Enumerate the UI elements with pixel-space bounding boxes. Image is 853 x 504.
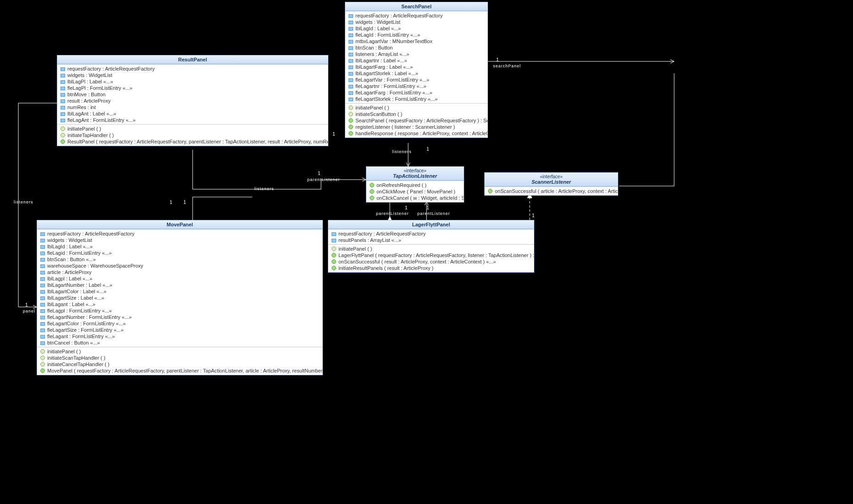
field-row: btnMove : Button [57,91,328,98]
class-header: «interface» ScannerListener [485,173,618,186]
class-LagerFlyttPanel[interactable]: LagerFlyttPanel requestFactory : Article… [328,220,534,273]
methods-compartment: initiatePanel ( ) initiateScanTapHandler… [37,347,322,375]
method-text: handleResponse ( response : ArticleProxy… [355,131,487,136]
field-text: fleLagartnr : FormListEntry «...» [355,83,426,89]
method-text: registerListener ( listener : ScannerLis… [355,124,455,130]
field-icon [348,58,354,63]
edge-role: searchPanel [493,63,521,68]
field-text: resultPanels : ArrayList «...» [338,237,401,243]
class-SearchPanel[interactable]: SearchPanel requestFactory : ArticleRequ… [345,2,488,138]
field-icon [40,321,45,326]
fields-compartment: requestFactory : ArticleRequestFactory w… [37,229,322,347]
class-name: TapActionListener [393,173,437,179]
field-row: resultPanels : ArrayList «...» [328,237,534,243]
method-icon [348,105,354,110]
class-header: SearchPanel [345,2,487,11]
field-text: btnScan : Button «...» [47,257,96,262]
method-icon [60,126,66,131]
field-icon [40,270,45,274]
field-row: fleLagartColor : FormListEntry «...» [37,320,322,327]
class-header: MovePanel [37,220,322,229]
field-row: lblLagartFarg : Label «...» [345,64,487,70]
field-row: fleLagpl : FormListEntry «...» [37,307,322,314]
field-row: btnScan : Button «...» [37,256,322,263]
field-text: warehouseSpace : WarehouseSpaceProxy [47,263,143,268]
field-text: lblLagartSize : Label «...» [47,295,104,301]
method-icon [369,189,375,194]
class-name: LagerFlyttPanel [412,222,450,227]
field-row: widgets : WidgetList [37,237,322,243]
field-text: widgets : WidgetList [355,19,400,25]
method-icon [369,196,375,200]
method-row: initiateTapHandler ( ) [57,132,328,138]
field-text: fleLagartColor : FormListEntry «...» [47,321,126,326]
field-text: fleLagId : FormListEntry «...» [355,32,420,38]
field-row: fleLagartVar : FormListEntry «...» [345,77,487,83]
class-ResultPanel[interactable]: ResultPanel requestFactory : ArticleRequ… [57,55,328,146]
method-row: onScanSuccessful ( article : ArticleProx… [485,188,618,194]
method-icon [487,189,493,193]
method-text: initiateCancelTapHandler ( ) [47,362,110,367]
field-row: article : ArticleProxy [37,269,322,275]
method-row: LagerFlyttPanel ( requestFactory : Artic… [328,252,534,258]
interface-ScannerListener[interactable]: «interface» ScannerListener onScanSucces… [484,172,618,196]
field-row: btnCancel : Button «...» [37,340,322,346]
edge-multiplicity: 1 [426,205,429,210]
methods-compartment: initiatePanel ( ) initiateTapHandler ( )… [57,124,328,146]
field-icon [40,276,45,281]
field-text: lblLagartNumber : Label «...» [47,282,112,288]
field-row: lblLagId : Label «...» [37,243,322,250]
field-row: lblLagAnt : Label «...» [57,110,328,117]
field-row: fleLagAnt : FormListEntry «...» [57,117,328,123]
field-icon [60,99,66,103]
field-icon [40,328,45,332]
field-icon [40,263,45,268]
field-icon [40,257,45,262]
field-text: lblLagartFarg : Label «...» [355,64,413,70]
field-row: requestFactory : ArticleRequestFactory [328,230,534,237]
methods-compartment: initiatePanel ( ) initiateScanButton ( )… [345,103,487,137]
field-text: fleLagartNumber : FormListEntry «...» [47,314,132,320]
method-row: initiateResultPanels ( result : ArticleP… [328,265,534,271]
field-text: btnMove : Button [67,92,105,97]
fields-compartment: requestFactory : ArticleRequestFactory w… [57,64,328,124]
field-row: fleLagartNumber : FormListEntry «...» [37,314,322,320]
field-text: btnScan : Button [355,45,393,50]
method-icon [40,349,45,354]
edge-role: listeners [392,149,412,154]
field-row: fleLagant : FormListEntry «...» [37,333,322,340]
field-icon [40,244,45,249]
field-icon [331,238,337,242]
method-icon [331,266,337,270]
constructor-icon [331,253,337,257]
interface-TapActionListener[interactable]: «interface» TapActionListener onRefreshR… [366,166,464,203]
field-row: numRes : int [57,104,328,110]
field-row: widgets : WidgetList [57,72,328,78]
field-icon [60,66,66,71]
stereotype: «interface» [370,168,460,173]
field-icon [60,79,66,84]
field-icon [331,231,337,236]
method-text: initiatePanel ( ) [355,105,389,110]
method-row: SearchPanel ( requestFactory : ArticleRe… [345,117,487,124]
field-text: listeners : ArrayList «...» [355,51,409,57]
field-icon [60,118,66,122]
methods-compartment: onScanSuccessful ( article : ArticleProx… [485,186,618,195]
fields-compartment: requestFactory : ArticleRequestFactory r… [328,229,534,244]
class-name: SearchPanel [401,4,432,9]
field-icon [348,90,354,95]
field-text: lblLagPl : Label «...» [67,79,113,84]
field-row: fleLagartFarg : FormListEntry «...» [345,89,487,96]
field-text: lblLagAnt : Label «...» [67,111,116,116]
method-row: initiatePanel ( ) [328,246,534,252]
class-header: LagerFlyttPanel [328,220,534,229]
method-icon [40,362,45,367]
field-row: requestFactory : ArticleRequestFactory [57,66,328,72]
method-row: onClickCancel ( w : Widget, articleId : … [366,195,464,201]
constructor-icon [348,118,354,123]
edge-role: listeners [14,199,33,204]
class-MovePanel[interactable]: MovePanel requestFactory : ArticleReques… [37,220,323,375]
method-row: onRefreshRequired ( ) [366,182,464,188]
field-text: lblLagartnr : Label «...» [355,58,407,63]
edge-multiplicity: 1 [426,147,429,152]
